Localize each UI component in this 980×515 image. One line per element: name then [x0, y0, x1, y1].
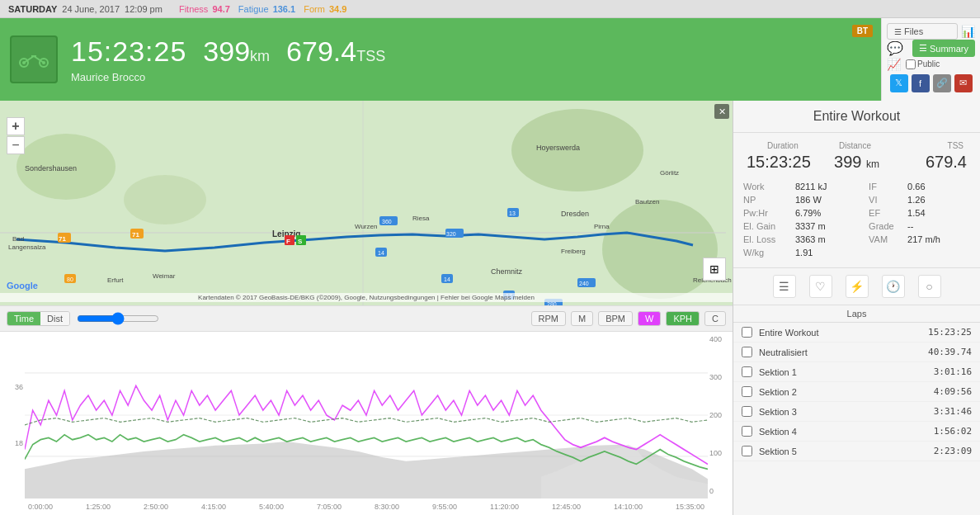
- lightning-icon[interactable]: ⚡: [846, 275, 869, 298]
- metrics-row-elloss: El. Loss 3363 m VAM 217 m/h: [743, 233, 970, 246]
- comment-icon[interactable]: 💬: [887, 40, 903, 56]
- bt-badge: BT: [852, 25, 873, 37]
- public-checkbox[interactable]: [906, 59, 916, 69]
- y-right-0: 0: [709, 487, 714, 495]
- lap-checkbox[interactable]: [742, 406, 752, 417]
- files-button[interactable]: ☰ Files: [887, 23, 958, 40]
- if-value: 0.66: [906, 180, 970, 193]
- bar-chart-icon[interactable]: 📊: [961, 25, 975, 38]
- lap-checkbox[interactable]: [742, 386, 752, 397]
- twitter-icon[interactable]: 𝕏: [890, 74, 908, 92]
- svg-text:Freiberg: Freiberg: [561, 248, 586, 255]
- svg-text:240: 240: [579, 281, 589, 286]
- zoom-in-button[interactable]: +: [7, 117, 25, 135]
- date-label: 24 June, 2017: [62, 4, 120, 14]
- workout-metrics: Duration Distance TSS 15:23:25 399 km 67…: [733, 133, 980, 268]
- rpm-button[interactable]: RPM: [531, 311, 566, 326]
- files-label: Files: [904, 26, 923, 36]
- list-item[interactable]: Entire Workout 15:23:25: [733, 323, 980, 343]
- c-button[interactable]: C: [704, 311, 726, 326]
- cycling-icon: [19, 51, 49, 68]
- svg-text:Wurzen: Wurzen: [355, 223, 377, 230]
- workout-tss: 679.4: [286, 35, 356, 67]
- wkg-value: 1.91: [789, 246, 869, 259]
- time-toggle[interactable]: Time: [7, 312, 40, 325]
- facebook-icon[interactable]: f: [912, 74, 930, 92]
- list-item[interactable]: Sektion 5 2:23:09: [733, 442, 980, 461]
- workout-distance: 399: [203, 35, 250, 67]
- list-item[interactable]: Sektion 1 3:01:16: [733, 362, 980, 382]
- list-item[interactable]: Neutralisiert 40:39.74: [733, 343, 980, 362]
- m-button[interactable]: M: [571, 311, 593, 326]
- y-axis-left: 36 18: [0, 332, 25, 498]
- lap-time: 1:56:02: [934, 426, 972, 437]
- lap-checkbox[interactable]: [742, 366, 752, 377]
- duration-header: Duration: [747, 141, 819, 150]
- lap-checkbox[interactable]: [742, 327, 752, 338]
- public-label: Public: [917, 59, 940, 69]
- x-4: 5:40:00: [259, 503, 284, 511]
- svg-text:Bad: Bad: [12, 235, 24, 243]
- ef-value: 1.54: [906, 206, 970, 220]
- social-icons: 𝕏f🔗✉: [890, 71, 973, 96]
- grade-label: Grade: [869, 220, 906, 233]
- zoom-out-button[interactable]: −: [7, 136, 25, 154]
- el-loss-label: El. Loss: [743, 233, 789, 246]
- kph-button[interactable]: KPH: [666, 311, 700, 326]
- mail-icon[interactable]: ✉: [954, 74, 973, 92]
- middle-row: 💬 ☰ Summary: [887, 40, 975, 57]
- clock-icon[interactable]: 🕐: [882, 275, 905, 298]
- metrics-header: Duration Distance TSS: [743, 141, 970, 150]
- metrics-row-work: Work 8211 kJ IF 0.66: [743, 180, 970, 193]
- chart-range-slider[interactable]: [77, 312, 159, 325]
- list-item[interactable]: Sektion 2 4:09:56: [733, 382, 980, 402]
- files-icon: ☰: [894, 27, 902, 36]
- lap-checkbox[interactable]: [742, 446, 752, 456]
- bpm-button[interactable]: BPM: [598, 311, 633, 326]
- fitness-value: 94.7: [212, 4, 229, 14]
- x-6: 8:30:00: [375, 503, 399, 511]
- svg-text:Bautzen: Bautzen: [635, 198, 659, 206]
- lap-checkbox[interactable]: [742, 347, 752, 357]
- summary-button[interactable]: ☰ Summary: [912, 40, 975, 57]
- list-item[interactable]: Sektion 3 3:31:46: [733, 402, 980, 422]
- entire-workout-title: Entire Workout: [733, 101, 980, 133]
- circle-icon[interactable]: ○: [918, 275, 941, 298]
- svg-text:Sondershausen: Sondershausen: [25, 164, 77, 172]
- main-content: Sondershausen Bad Langensalza Erfurt Wei…: [0, 101, 980, 515]
- map-close-button[interactable]: ✕: [714, 104, 729, 119]
- dist-toggle[interactable]: Dist: [40, 312, 69, 325]
- link-icon[interactable]: 🔗: [933, 74, 951, 92]
- laps-label: Laps: [733, 305, 980, 323]
- y-right-100: 100: [709, 449, 722, 457]
- list-item[interactable]: Sektion 4 1:56:02: [733, 422, 980, 442]
- workout-icon: [10, 35, 58, 83]
- np-label: NP: [743, 193, 789, 206]
- vam-value: 217 m/h: [906, 233, 970, 246]
- files-row: ☰ Files 📊: [887, 23, 975, 40]
- workout-tss-container: 679.4TSS: [286, 35, 385, 68]
- chart-controls-right: RPM M BPM W KPH C: [531, 311, 726, 326]
- y-right-400: 400: [709, 335, 722, 343]
- svg-point-9: [124, 175, 206, 224]
- np-value: 186 W: [789, 193, 869, 206]
- svg-text:320: 320: [446, 231, 456, 237]
- line-chart-icon[interactable]: 📈: [887, 58, 901, 71]
- chart-area: 36 18 400 300 200 100 0: [0, 332, 733, 515]
- metrics-row-np: NP 186 W VI 1.26: [743, 193, 970, 206]
- svg-text:Dresden: Dresden: [561, 210, 589, 218]
- list-icon[interactable]: ☰: [773, 275, 796, 298]
- svg-text:Langensalza: Langensalza: [8, 243, 46, 251]
- fatigue-stat: Fatigue 136.1: [238, 4, 295, 14]
- laps-list[interactable]: Entire Workout 15:23:25 Neutralisiert 40…: [733, 323, 980, 515]
- work-value: 8211 kJ: [789, 180, 869, 193]
- workout-distance-container: 399km: [203, 35, 270, 68]
- lap-checkbox[interactable]: [742, 426, 752, 437]
- map-layer-button[interactable]: ⊞: [703, 258, 726, 281]
- svg-text:13: 13: [509, 210, 516, 216]
- w-button[interactable]: W: [638, 311, 661, 326]
- heart-icon[interactable]: ♡: [809, 275, 832, 298]
- pwhr-value: 6.79%: [789, 206, 869, 220]
- metrics-row-elgain: El. Gain 3337 m Grade --: [743, 220, 970, 233]
- svg-text:Hoyerswerda: Hoyerswerda: [536, 144, 580, 152]
